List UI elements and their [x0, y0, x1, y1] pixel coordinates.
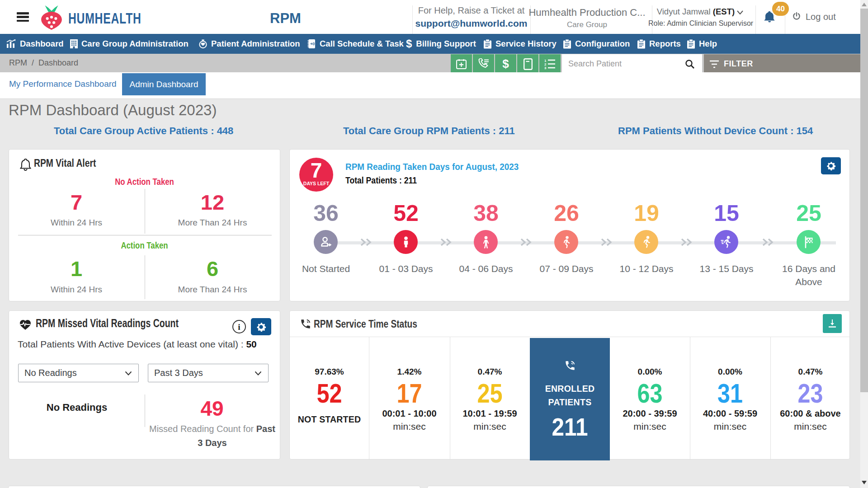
svg-text:3: 3: [544, 66, 547, 69]
